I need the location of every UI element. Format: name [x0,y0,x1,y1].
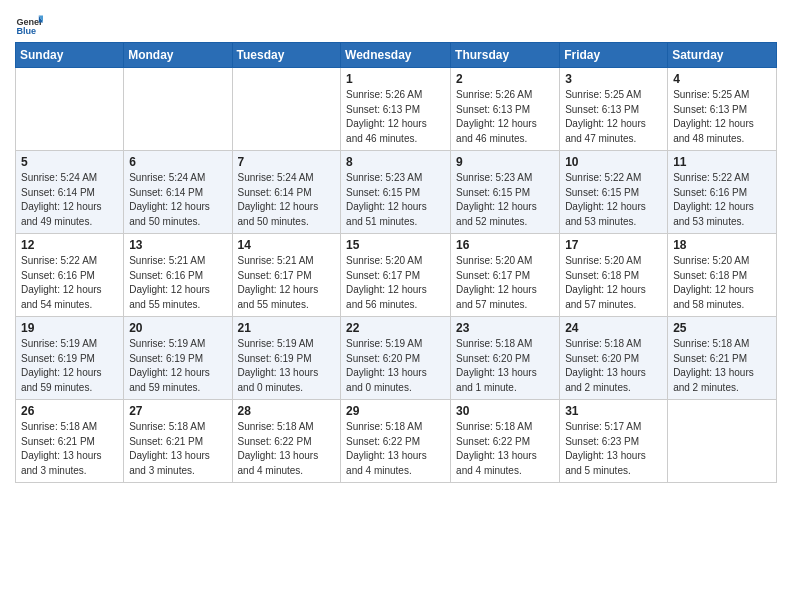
calendar-cell: 2Sunrise: 5:26 AM Sunset: 6:13 PM Daylig… [451,68,560,151]
day-number: 3 [565,72,662,86]
day-number: 1 [346,72,445,86]
calendar-cell [16,68,124,151]
calendar-cell: 21Sunrise: 5:19 AM Sunset: 6:19 PM Dayli… [232,317,341,400]
calendar-cell: 14Sunrise: 5:21 AM Sunset: 6:17 PM Dayli… [232,234,341,317]
day-info: Sunrise: 5:20 AM Sunset: 6:18 PM Dayligh… [565,254,662,312]
day-info: Sunrise: 5:26 AM Sunset: 6:13 PM Dayligh… [346,88,445,146]
day-number: 7 [238,155,336,169]
day-number: 22 [346,321,445,335]
weekday-header-saturday: Saturday [668,43,777,68]
calendar-cell: 1Sunrise: 5:26 AM Sunset: 6:13 PM Daylig… [341,68,451,151]
day-number: 10 [565,155,662,169]
weekday-header-friday: Friday [560,43,668,68]
day-info: Sunrise: 5:26 AM Sunset: 6:13 PM Dayligh… [456,88,554,146]
day-number: 30 [456,404,554,418]
day-info: Sunrise: 5:22 AM Sunset: 6:16 PM Dayligh… [673,171,771,229]
day-number: 27 [129,404,226,418]
calendar-cell: 4Sunrise: 5:25 AM Sunset: 6:13 PM Daylig… [668,68,777,151]
calendar-cell: 23Sunrise: 5:18 AM Sunset: 6:20 PM Dayli… [451,317,560,400]
day-number: 2 [456,72,554,86]
day-number: 16 [456,238,554,252]
day-info: Sunrise: 5:18 AM Sunset: 6:22 PM Dayligh… [456,420,554,478]
day-info: Sunrise: 5:22 AM Sunset: 6:15 PM Dayligh… [565,171,662,229]
weekday-header-thursday: Thursday [451,43,560,68]
week-row-3: 12Sunrise: 5:22 AM Sunset: 6:16 PM Dayli… [16,234,777,317]
day-info: Sunrise: 5:20 AM Sunset: 6:18 PM Dayligh… [673,254,771,312]
calendar-cell: 22Sunrise: 5:19 AM Sunset: 6:20 PM Dayli… [341,317,451,400]
day-info: Sunrise: 5:23 AM Sunset: 6:15 PM Dayligh… [346,171,445,229]
day-number: 6 [129,155,226,169]
calendar-cell: 12Sunrise: 5:22 AM Sunset: 6:16 PM Dayli… [16,234,124,317]
day-number: 11 [673,155,771,169]
calendar-cell: 9Sunrise: 5:23 AM Sunset: 6:15 PM Daylig… [451,151,560,234]
calendar-cell: 28Sunrise: 5:18 AM Sunset: 6:22 PM Dayli… [232,400,341,483]
day-info: Sunrise: 5:18 AM Sunset: 6:21 PM Dayligh… [129,420,226,478]
day-info: Sunrise: 5:18 AM Sunset: 6:22 PM Dayligh… [238,420,336,478]
day-number: 14 [238,238,336,252]
calendar-cell: 3Sunrise: 5:25 AM Sunset: 6:13 PM Daylig… [560,68,668,151]
calendar-cell: 15Sunrise: 5:20 AM Sunset: 6:17 PM Dayli… [341,234,451,317]
day-info: Sunrise: 5:25 AM Sunset: 6:13 PM Dayligh… [565,88,662,146]
calendar-cell: 10Sunrise: 5:22 AM Sunset: 6:15 PM Dayli… [560,151,668,234]
weekday-header-monday: Monday [124,43,232,68]
calendar-cell: 20Sunrise: 5:19 AM Sunset: 6:19 PM Dayli… [124,317,232,400]
day-number: 29 [346,404,445,418]
day-number: 25 [673,321,771,335]
week-row-2: 5Sunrise: 5:24 AM Sunset: 6:14 PM Daylig… [16,151,777,234]
day-info: Sunrise: 5:19 AM Sunset: 6:19 PM Dayligh… [129,337,226,395]
calendar-cell: 27Sunrise: 5:18 AM Sunset: 6:21 PM Dayli… [124,400,232,483]
calendar-table: SundayMondayTuesdayWednesdayThursdayFrid… [15,42,777,483]
day-number: 15 [346,238,445,252]
day-info: Sunrise: 5:24 AM Sunset: 6:14 PM Dayligh… [21,171,118,229]
weekday-header-sunday: Sunday [16,43,124,68]
calendar-cell: 31Sunrise: 5:17 AM Sunset: 6:23 PM Dayli… [560,400,668,483]
calendar-cell [124,68,232,151]
calendar-cell: 24Sunrise: 5:18 AM Sunset: 6:20 PM Dayli… [560,317,668,400]
day-info: Sunrise: 5:18 AM Sunset: 6:21 PM Dayligh… [21,420,118,478]
week-row-1: 1Sunrise: 5:26 AM Sunset: 6:13 PM Daylig… [16,68,777,151]
day-number: 5 [21,155,118,169]
weekday-header-tuesday: Tuesday [232,43,341,68]
day-number: 28 [238,404,336,418]
day-info: Sunrise: 5:18 AM Sunset: 6:21 PM Dayligh… [673,337,771,395]
day-number: 9 [456,155,554,169]
calendar-cell: 29Sunrise: 5:18 AM Sunset: 6:22 PM Dayli… [341,400,451,483]
calendar-cell: 17Sunrise: 5:20 AM Sunset: 6:18 PM Dayli… [560,234,668,317]
day-number: 8 [346,155,445,169]
day-info: Sunrise: 5:25 AM Sunset: 6:13 PM Dayligh… [673,88,771,146]
svg-text:Blue: Blue [16,26,36,36]
calendar-cell: 11Sunrise: 5:22 AM Sunset: 6:16 PM Dayli… [668,151,777,234]
calendar-cell: 19Sunrise: 5:19 AM Sunset: 6:19 PM Dayli… [16,317,124,400]
day-number: 4 [673,72,771,86]
day-number: 19 [21,321,118,335]
day-number: 20 [129,321,226,335]
week-row-5: 26Sunrise: 5:18 AM Sunset: 6:21 PM Dayli… [16,400,777,483]
weekday-header-wednesday: Wednesday [341,43,451,68]
day-number: 21 [238,321,336,335]
calendar-cell: 7Sunrise: 5:24 AM Sunset: 6:14 PM Daylig… [232,151,341,234]
logo: General Blue [15,10,43,38]
day-info: Sunrise: 5:19 AM Sunset: 6:19 PM Dayligh… [238,337,336,395]
calendar-cell: 30Sunrise: 5:18 AM Sunset: 6:22 PM Dayli… [451,400,560,483]
calendar-cell: 18Sunrise: 5:20 AM Sunset: 6:18 PM Dayli… [668,234,777,317]
day-number: 12 [21,238,118,252]
weekday-header-row: SundayMondayTuesdayWednesdayThursdayFrid… [16,43,777,68]
day-info: Sunrise: 5:22 AM Sunset: 6:16 PM Dayligh… [21,254,118,312]
day-number: 13 [129,238,226,252]
day-info: Sunrise: 5:21 AM Sunset: 6:17 PM Dayligh… [238,254,336,312]
day-number: 18 [673,238,771,252]
logo-icon: General Blue [15,10,43,38]
day-info: Sunrise: 5:24 AM Sunset: 6:14 PM Dayligh… [238,171,336,229]
day-number: 31 [565,404,662,418]
week-row-4: 19Sunrise: 5:19 AM Sunset: 6:19 PM Dayli… [16,317,777,400]
day-info: Sunrise: 5:21 AM Sunset: 6:16 PM Dayligh… [129,254,226,312]
day-number: 24 [565,321,662,335]
day-number: 23 [456,321,554,335]
calendar-cell: 16Sunrise: 5:20 AM Sunset: 6:17 PM Dayli… [451,234,560,317]
calendar-cell: 5Sunrise: 5:24 AM Sunset: 6:14 PM Daylig… [16,151,124,234]
day-info: Sunrise: 5:20 AM Sunset: 6:17 PM Dayligh… [346,254,445,312]
calendar-cell: 13Sunrise: 5:21 AM Sunset: 6:16 PM Dayli… [124,234,232,317]
calendar-cell: 8Sunrise: 5:23 AM Sunset: 6:15 PM Daylig… [341,151,451,234]
day-info: Sunrise: 5:24 AM Sunset: 6:14 PM Dayligh… [129,171,226,229]
day-info: Sunrise: 5:19 AM Sunset: 6:20 PM Dayligh… [346,337,445,395]
